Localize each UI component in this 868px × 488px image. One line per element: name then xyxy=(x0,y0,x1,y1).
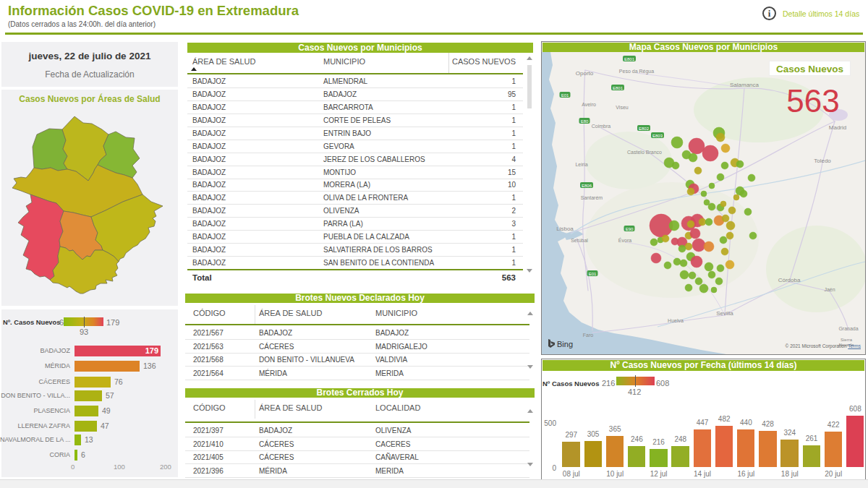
svg-text:Madrid: Madrid xyxy=(829,124,846,131)
svg-text:Huelva: Huelva xyxy=(668,318,684,323)
svg-text:Aveiro: Aveiro xyxy=(582,102,596,107)
svg-text:Córdoba: Córdoba xyxy=(778,277,801,283)
svg-text:Leiria: Leiria xyxy=(575,162,587,167)
svg-text:E803: E803 xyxy=(652,134,663,138)
svg-text:E90: E90 xyxy=(626,227,634,231)
svg-text:E801: E801 xyxy=(624,57,635,61)
svg-text:E806: E806 xyxy=(582,184,592,188)
svg-text:Toledo: Toledo xyxy=(814,158,831,164)
svg-text:Faro: Faro xyxy=(583,333,594,338)
svg-text:Granada: Granada xyxy=(838,326,858,331)
svg-text:Castelo Branco: Castelo Branco xyxy=(627,150,662,155)
svg-text:Setúbal: Setúbal xyxy=(571,238,588,243)
svg-text:Sevilla: Sevilla xyxy=(716,310,733,317)
svg-text:E80: E80 xyxy=(581,119,589,124)
svg-text:Lisboa: Lisboa xyxy=(556,226,574,232)
svg-text:E801: E801 xyxy=(613,86,624,90)
svg-text:Oporto: Oporto xyxy=(576,70,594,77)
svg-text:Bing: Bing xyxy=(557,340,573,348)
svg-text:Coimbra: Coimbra xyxy=(592,124,611,129)
svg-text:Jaén: Jaén xyxy=(824,287,835,292)
svg-text:Santarém: Santarém xyxy=(581,195,603,200)
svg-text:Viseu: Viseu xyxy=(616,105,628,110)
svg-text:Sierra: Sierra xyxy=(841,338,853,342)
svg-text:E802: E802 xyxy=(639,127,650,131)
svg-text:Évora: Évora xyxy=(618,237,631,243)
svg-text:E01: E01 xyxy=(589,272,597,276)
svg-text:Peso da Régua: Peso da Régua xyxy=(619,69,654,74)
svg-text:E01: E01 xyxy=(561,93,569,98)
svg-text:Salamanca: Salamanca xyxy=(730,82,760,88)
